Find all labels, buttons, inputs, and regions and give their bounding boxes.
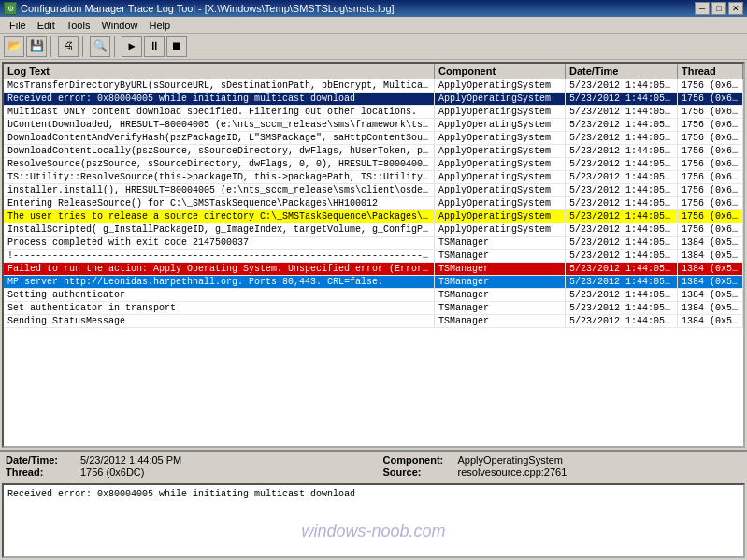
table-row[interactable]: Entering ReleaseSource() for C:\_SMSTask…: [4, 197, 743, 210]
table-row[interactable]: installer.install(), HRESULT=80004005 (e…: [4, 184, 743, 197]
cell-logtext: Entering ReleaseSource() for C:\_SMSTask…: [4, 197, 435, 209]
close-button[interactable]: ✕: [728, 2, 743, 15]
cell-datetime: 5/23/2012 1:44:05 PM: [566, 302, 678, 314]
toolbar-separator-3: [114, 36, 118, 57]
cell-datetime: 5/23/2012 1:44:05 PM: [566, 315, 678, 327]
toolbar-separator-2: [82, 36, 86, 57]
cell-thread: 1756 (0x6DC): [678, 184, 743, 196]
menu-help[interactable]: Help: [144, 20, 177, 31]
pause-button[interactable]: ⏸: [144, 36, 165, 57]
cell-datetime: 5/23/2012 1:44:05 PM: [566, 106, 678, 118]
thread-value: 1756 (0x6DC): [80, 467, 365, 478]
table-row[interactable]: !---------------------------------------…: [4, 250, 743, 263]
cell-logtext: TS::Utility::ResolveSource(this->package…: [4, 171, 435, 183]
table-row[interactable]: TS::Utility::ResolveSource(this->package…: [4, 171, 743, 184]
col-header-thread: Thread: [678, 64, 743, 79]
cell-component: ApplyOperatingSystem: [435, 184, 566, 196]
cell-logtext: Multicast ONLY content download specifie…: [4, 106, 435, 118]
find-button[interactable]: 🔍: [90, 36, 110, 57]
menu-file[interactable]: File: [4, 20, 32, 31]
table-row[interactable]: Multicast ONLY content download specifie…: [4, 106, 743, 119]
cell-datetime: 5/23/2012 1:44:05 PM: [566, 223, 678, 236]
message-text: Received error: 0x80004005 while initiat…: [7, 489, 355, 499]
title-bar: ⚙ Configuration Manager Trace Log Tool -…: [0, 0, 747, 17]
cell-datetime: 5/23/2012 1:44:05 PM: [566, 210, 678, 223]
cell-logtext: bContentDownloaded, HRESULT=80004005 (e:…: [4, 119, 435, 131]
cell-datetime: 5/23/2012 1:44:05 PM: [566, 79, 678, 92]
table-row[interactable]: Set authenticator in transportTSManager5…: [4, 302, 743, 315]
cell-component: ApplyOperatingSystem: [435, 171, 566, 183]
table-row[interactable]: InstallScripted( g_InstallPackageID, g_I…: [4, 223, 743, 237]
cell-component: TSManager: [435, 315, 566, 327]
table-row[interactable]: MP server http://Leonidas.harpethhall.or…: [4, 276, 743, 289]
main-window: Log Text Component Date/Time Thread McsT…: [0, 60, 747, 560]
menu-edit[interactable]: Edit: [32, 20, 61, 31]
col-header-logtext: Log Text: [4, 64, 435, 79]
table-row[interactable]: bContentDownloaded, HRESULT=80004005 (e:…: [4, 119, 743, 132]
cell-thread: 1756 (0x6DC): [678, 223, 743, 236]
table-row[interactable]: Setting authenticatorTSManager5/23/2012 …: [4, 289, 743, 302]
cell-logtext: installer.install(), HRESULT=80004005 (e…: [4, 184, 435, 196]
source-label: Source:: [383, 467, 439, 478]
cell-datetime: 5/23/2012 1:44:05 PM: [566, 171, 678, 183]
component-value: ApplyOperatingSystem: [458, 454, 742, 466]
cell-thread: 1756 (0x6DC): [678, 106, 743, 118]
restore-button[interactable]: □: [711, 2, 726, 15]
cell-thread: 1756 (0x6DC): [678, 171, 743, 183]
app-icon: ⚙: [4, 2, 17, 15]
cell-component: ApplyOperatingSystem: [435, 106, 566, 118]
minimize-button[interactable]: ─: [695, 2, 710, 15]
cell-thread: 1384 (0x568): [678, 302, 743, 314]
cell-thread: 1756 (0x6DC): [678, 145, 743, 157]
cell-thread: 1384 (0x568): [678, 263, 743, 275]
open-button[interactable]: 📂: [4, 36, 24, 57]
col-header-datetime: Date/Time: [566, 64, 678, 79]
table-row[interactable]: The user tries to release a source direc…: [4, 210, 743, 223]
cell-datetime: 5/23/2012 1:44:05 PM: [566, 184, 678, 196]
menu-window[interactable]: Window: [95, 20, 143, 31]
cell-thread: 1756 (0x6DC): [678, 210, 743, 223]
cell-component: ApplyOperatingSystem: [435, 132, 566, 144]
play-button[interactable]: ▶: [122, 36, 142, 57]
col-header-component: Component: [435, 64, 566, 79]
cell-datetime: 5/23/2012 1:44:05 PM: [566, 276, 678, 288]
table-row[interactable]: DownloadContentLocally(pszSource, sSourc…: [4, 145, 743, 158]
table-header: Log Text Component Date/Time Thread: [4, 64, 743, 79]
table-row[interactable]: McsTransferDirectoryByURL(sSourceURL, sD…: [4, 79, 743, 93]
table-body[interactable]: McsTransferDirectoryByURL(sSourceURL, sD…: [4, 79, 743, 446]
table-row[interactable]: Sending StatusMessageTSManager5/23/2012 …: [4, 315, 743, 328]
message-area: Received error: 0x80004005 while initiat…: [2, 483, 745, 558]
cell-component: TSManager: [435, 302, 566, 314]
cell-logtext: !---------------------------------------…: [4, 250, 435, 262]
detail-row-1: Date/Time: 5/23/2012 1:44:05 PM Componen…: [6, 454, 741, 466]
cell-component: ApplyOperatingSystem: [435, 93, 566, 105]
cell-datetime: 5/23/2012 1:44:05 PM: [566, 119, 678, 131]
detail-panel: Date/Time: 5/23/2012 1:44:05 PM Componen…: [0, 450, 747, 481]
window-controls[interactable]: ─ □ ✕: [695, 2, 743, 15]
table-row[interactable]: Received error: 0x80004005 while initiat…: [4, 93, 743, 106]
cell-component: TSManager: [435, 237, 566, 249]
cell-datetime: 5/23/2012 1:44:05 PM: [566, 93, 678, 105]
stop-button[interactable]: ⏹: [166, 36, 187, 57]
table-row[interactable]: Process completed with exit code 2147500…: [4, 237, 743, 250]
cell-datetime: 5/23/2012 1:44:05 PM: [566, 250, 678, 262]
cell-thread: 1756 (0x6DC): [678, 158, 743, 170]
cell-logtext: Setting authenticator: [4, 289, 435, 301]
menu-tools[interactable]: Tools: [61, 20, 96, 31]
source-value: resolvesource.cpp:2761: [458, 467, 742, 478]
toolbar: 📂 💾 🖨 🔍 ▶ ⏸ ⏹: [0, 34, 747, 60]
toolbar-separator: [50, 36, 54, 57]
cell-datetime: 5/23/2012 1:44:05 PM: [566, 145, 678, 157]
cell-logtext: InstallScripted( g_InstallPackageID, g_I…: [4, 223, 435, 236]
table-row[interactable]: ResolveSource(pszSource, sSourceDirector…: [4, 158, 743, 171]
thread-label: Thread:: [6, 467, 62, 478]
cell-thread: 1384 (0x568): [678, 289, 743, 301]
save-button[interactable]: 💾: [26, 36, 47, 57]
cell-thread: 1384 (0x568): [678, 315, 743, 327]
cell-logtext: Sending StatusMessage: [4, 315, 435, 327]
table-row[interactable]: Failed to run the action: Apply Operatin…: [4, 263, 743, 276]
cell-datetime: 5/23/2012 1:44:05 PM: [566, 132, 678, 144]
print-button[interactable]: 🖨: [58, 36, 79, 57]
log-table-area: Log Text Component Date/Time Thread McsT…: [2, 62, 745, 448]
table-row[interactable]: DownloadContentAndVerifyHash(pszPackageI…: [4, 132, 743, 145]
